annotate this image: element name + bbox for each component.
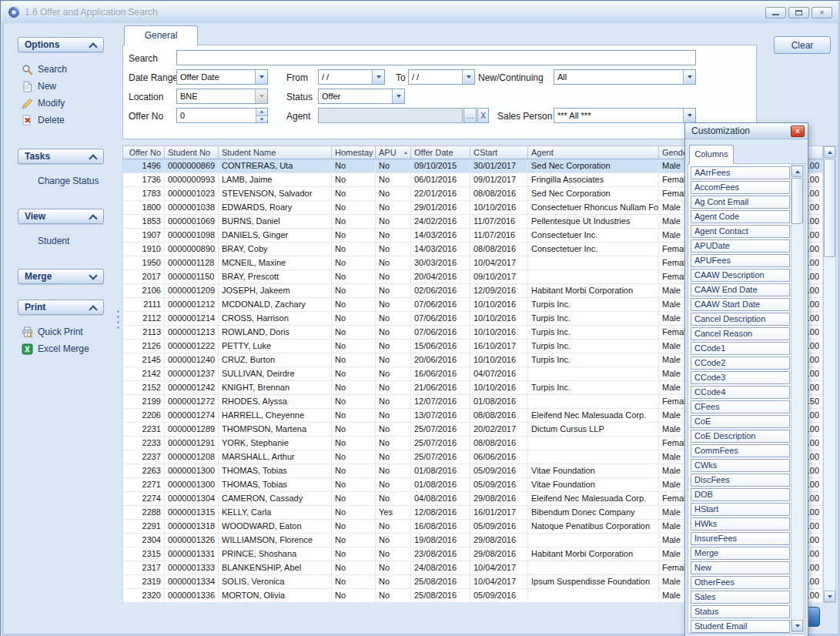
agent-field[interactable] (318, 108, 463, 123)
sidebar-panel-header-view[interactable]: View (18, 209, 104, 224)
chevron-down-icon[interactable] (372, 70, 384, 84)
agent-clear-button[interactable]: X (477, 108, 489, 123)
clear-button[interactable]: Clear (774, 36, 831, 54)
column-item-aarrfees[interactable]: AArrFees (691, 166, 790, 179)
chevron-down-icon[interactable] (255, 70, 267, 84)
column-header-student-no[interactable]: Student No (165, 146, 219, 159)
sidebar-item-new[interactable]: New (18, 78, 104, 95)
chevron-down-icon[interactable] (683, 70, 695, 84)
column-item-ccode1[interactable]: CCode1 (691, 342, 790, 355)
column-item-caaw-end-date[interactable]: CAAW End Date (691, 283, 790, 296)
cell: 2152 (122, 381, 165, 395)
search-input[interactable] (176, 50, 696, 65)
column-item-insurefees[interactable]: InsureFees (691, 532, 790, 545)
column-item-otherfees[interactable]: OtherFees (691, 576, 790, 589)
sidebar-panel-header-options[interactable]: Options (18, 37, 104, 52)
column-item-cancel-reason[interactable]: Cancel Reason (691, 327, 790, 340)
stepper-up-button[interactable] (256, 109, 267, 115)
sidebar-item-search[interactable]: Search (18, 61, 104, 78)
location-select[interactable]: BNE (176, 89, 268, 104)
column-item-caaw-start-date[interactable]: CAAW Start Date (691, 298, 790, 311)
date-range-select[interactable]: Offer Date (176, 69, 268, 85)
sales-person-select[interactable]: *** All *** (554, 108, 696, 123)
sidebar-panel-header-print[interactable]: Print (18, 300, 104, 315)
window-close-button[interactable]: × (812, 7, 832, 18)
column-item-ag-cont-email[interactable]: Ag Cont Email (691, 196, 790, 209)
column-item-agent-code[interactable]: Agent Code (691, 210, 790, 223)
scroll-up-button[interactable] (824, 146, 835, 158)
column-item-commfees[interactable]: CommFees (691, 444, 790, 457)
cell: No (332, 506, 376, 520)
column-header-offer-date[interactable]: Offer Date (411, 146, 470, 159)
customization-scrollbar[interactable] (791, 165, 804, 632)
chevron-down-icon[interactable] (683, 109, 695, 122)
column-header-homestay[interactable]: Homestay (332, 146, 376, 159)
scroll-down-button[interactable] (791, 620, 803, 631)
sidebar-item-quick-print[interactable]: Quick Print (18, 323, 104, 340)
sidebar-item-modify[interactable]: Modify (18, 95, 104, 112)
sidebar-item-excel-merge[interactable]: Excel Merge (18, 340, 104, 357)
cell: MARSHALL, Arthur (219, 450, 332, 464)
column-header-cstart[interactable]: CStart (470, 146, 528, 159)
window-controls: × (765, 7, 832, 18)
stepper-down-button[interactable] (256, 115, 267, 123)
column-item-new[interactable]: New (691, 561, 790, 574)
sidebar-panel-header-tasks[interactable]: Tasks (18, 149, 104, 164)
sidebar-item-label: Search (38, 64, 67, 75)
cell: 2113 (122, 326, 165, 340)
new-continuing-select[interactable]: All (554, 69, 696, 85)
tab-columns[interactable]: Columns (689, 145, 734, 164)
sidebar-panel-header-merge[interactable]: Merge (18, 269, 104, 284)
column-header-agent[interactable]: Agent (528, 146, 659, 159)
sidebar-item-label: Change Status (38, 176, 99, 186)
column-item-hwks[interactable]: HWks (691, 517, 790, 531)
column-item-hstart[interactable]: HStart (691, 503, 790, 516)
column-item-ccode4[interactable]: CCode4 (691, 386, 790, 399)
scrollbar-thumb[interactable] (824, 159, 835, 257)
column-item-apufees[interactable]: APUFees (691, 254, 790, 267)
column-item-accomfees[interactable]: AccomFees (691, 181, 790, 194)
grid-vertical-scrollbar[interactable] (823, 146, 836, 603)
column-item-dob[interactable]: DOB (691, 488, 790, 501)
sidebar-item-student[interactable]: Student (18, 233, 104, 249)
column-item-coe[interactable]: CoE (691, 415, 790, 428)
offer-no-stepper[interactable]: 0 (176, 108, 268, 123)
column-item-sales[interactable]: Sales (691, 591, 790, 604)
column-item-coe-description[interactable]: CoE Description (691, 430, 790, 443)
column-item-discfees[interactable]: DiscFees (691, 474, 790, 487)
agent-browse-button[interactable]: … (464, 108, 477, 123)
chevron-down-icon[interactable] (392, 89, 404, 103)
column-item-cwks[interactable]: CWks (691, 459, 790, 472)
from-date-input[interactable]: / / (318, 69, 385, 85)
status-select[interactable]: Offer (318, 89, 405, 104)
column-item-ccode3[interactable]: CCode3 (691, 371, 790, 384)
column-item-ccode2[interactable]: CCode2 (691, 356, 790, 370)
sidebar-item-change-status[interactable]: Change Status (18, 172, 104, 189)
cell: 25/07/2016 (411, 423, 470, 437)
scrollbar-thumb[interactable] (791, 178, 803, 224)
sidebar-item-delete[interactable]: Delete (18, 112, 104, 129)
cell: 2233 (122, 437, 165, 450)
column-item-cancel-description[interactable]: Cancel Description (691, 313, 790, 326)
column-header-apu[interactable]: APU▲ (376, 146, 411, 159)
column-item-status[interactable]: Status (691, 605, 790, 618)
column-item-merge[interactable]: Merge (691, 547, 790, 560)
cell: No (332, 492, 376, 506)
minimize-button[interactable] (765, 7, 786, 18)
scroll-up-button[interactable] (791, 166, 803, 177)
to-date-input[interactable]: / / (408, 69, 475, 85)
column-item-student-email[interactable]: Student Email (691, 620, 790, 633)
cell: 0000001272 (165, 395, 219, 409)
chevron-down-icon[interactable] (462, 70, 474, 84)
column-item-caaw-description[interactable]: CAAW Description (691, 269, 790, 282)
column-item-agent-contact[interactable]: Agent Contact (691, 225, 790, 238)
scroll-down-button[interactable] (824, 591, 835, 602)
maximize-button[interactable] (788, 7, 809, 18)
column-header-student-name[interactable]: Student Name (219, 146, 332, 159)
tab-general[interactable]: General (124, 25, 198, 45)
splitter-handle[interactable] (115, 304, 121, 335)
column-header-offer-no[interactable]: Offer No (122, 146, 165, 159)
column-item-cfees[interactable]: CFees (691, 400, 790, 413)
customization-close-button[interactable]: × (791, 126, 805, 137)
column-item-apudate[interactable]: APUDate (691, 239, 790, 253)
